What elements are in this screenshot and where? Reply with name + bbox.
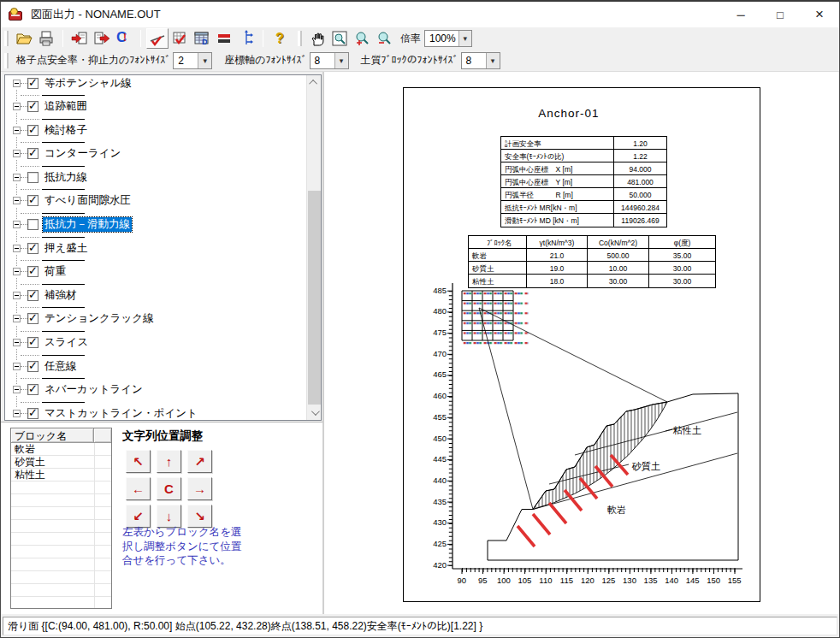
tree-expander[interactable] [13,386,21,393]
layer-checkbox[interactable]: ✓ [27,408,38,419]
tree-item[interactable]: ✓ 抵抗力－滑動力線 [5,219,306,243]
tree-expander[interactable] [13,315,21,322]
layer-checkbox[interactable]: ✓ [27,266,38,277]
tree-expander[interactable] [13,245,21,252]
toggle-grid-check-button[interactable] [169,28,191,49]
scroll-up-button[interactable] [307,75,322,90]
zoom-out-button[interactable] [373,28,395,49]
tree-item[interactable]: ✓ コンターライン [5,148,306,172]
tree-item[interactable]: ✓ 任意線 [5,360,306,384]
adjust-arrow-button[interactable]: ↙ [126,505,151,528]
layer-checkbox[interactable]: ✓ [27,78,38,89]
maximize-button[interactable]: □ [760,2,800,27]
close-button[interactable]: × [800,2,839,27]
tree-item[interactable]: ✓ 荷重 [5,266,306,290]
tree-expander[interactable] [13,410,21,417]
layer-label[interactable]: 押え盛土 [43,241,89,256]
block-row[interactable]: 軟岩 [11,443,111,456]
tree-item[interactable]: ✓ 等ポテンシャル線 [5,77,306,101]
tree-expander[interactable] [13,292,21,299]
tree-item[interactable]: ✓ テンションクラック線 [5,313,306,337]
zoom-in-button[interactable] [351,28,373,49]
adjust-arrow-button[interactable]: ← [126,477,151,500]
adjust-arrow-button[interactable]: C [157,477,181,500]
layer-label[interactable]: コンターライン [43,146,122,161]
block-row[interactable]: 粘性土 [11,469,111,481]
tree-expander[interactable] [13,268,21,275]
layer-label[interactable]: 等ポテンシャル線 [43,76,133,91]
drawing-canvas[interactable]: 粘性土 砂質土 軟岩 Anchor-01 計画安全率 1.20 [324,72,840,614]
layer-checkbox[interactable]: ✓ [27,125,38,136]
tree-expander[interactable] [13,127,21,134]
tree-item[interactable]: ✓ マストカットライン・ポイント [5,407,306,421]
adjust-arrow-button[interactable]: ↘ [187,505,212,528]
layer-checkbox[interactable]: ✓ [27,148,38,159]
tree-expander[interactable] [13,103,21,110]
tree-expander[interactable] [13,221,21,228]
export-button[interactable] [91,28,113,49]
adjust-arrow-button[interactable]: ↖ [126,450,151,473]
layer-label[interactable]: マストカットライン・ポイント [43,406,199,421]
toggle-line-check-button[interactable] [146,28,169,49]
tree-item[interactable]: ✓ スライス [5,337,306,361]
adjust-arrow-button[interactable]: ↑ [157,450,181,473]
tree-expander[interactable] [13,174,21,181]
data-table-button[interactable]: D [191,28,213,49]
dropdown-arrow-icon[interactable]: ▾ [458,31,471,46]
dropdown-arrow-icon[interactable]: ▾ [334,53,348,68]
layer-label[interactable]: 任意線 [43,359,79,374]
layer-label[interactable]: スライス [43,335,90,350]
layer-label[interactable]: 追跡範囲 [43,99,89,114]
swap-branch-button[interactable] [235,28,257,49]
tree-item[interactable]: ✓ 抵抗力線 [5,171,306,195]
tree-scrollbar[interactable] [306,75,321,420]
redraw-button[interactable]: C! [113,28,135,49]
layer-label[interactable]: 補強材 [43,288,79,303]
layer-checkbox[interactable]: ✓ [27,219,38,230]
tree-expander[interactable] [13,80,21,87]
scroll-down-button[interactable] [307,405,322,420]
dropdown-arrow-icon[interactable]: ▾ [198,53,211,68]
block-row[interactable]: 砂質土 [11,456,111,469]
dropdown-arrow-icon[interactable]: ▾ [486,53,500,68]
layer-checkbox[interactable]: ✓ [27,243,38,254]
layer-checkbox[interactable]: ✓ [27,101,38,112]
grid-font-select[interactable]: 2 ▾ [173,52,212,69]
layer-checkbox[interactable]: ✓ [27,172,38,183]
zoom-window-button[interactable] [328,28,351,49]
layer-label[interactable]: 荷重 [43,264,68,279]
layer-checkbox[interactable]: ✓ [27,384,38,395]
adjust-arrow-button[interactable]: ↓ [157,505,181,528]
soil-font-select[interactable]: 8 ▾ [461,52,500,69]
import-button[interactable] [68,28,91,49]
layer-checkbox[interactable]: ✓ [27,290,38,301]
scrollbar-thumb[interactable] [308,191,321,405]
layer-checkbox[interactable]: ✓ [27,337,38,348]
tree-item[interactable]: ✓ すべり面間隙水圧 [5,195,306,219]
adjust-arrow-button[interactable]: → [187,477,212,500]
layer-label[interactable]: 抵抗力－滑動力線 [43,217,132,232]
minimize-button[interactable]: ─ [721,2,760,27]
pan-hand-button[interactable] [306,28,328,49]
tree-item[interactable]: ✓ 押え盛土 [5,242,306,266]
tree-expander[interactable] [13,363,21,370]
layer-checkbox[interactable]: ✓ [27,195,38,206]
color-bars-button[interactable] [213,28,235,49]
axis-font-select[interactable]: 8 ▾ [310,52,349,69]
help-button[interactable]: ? [269,28,291,49]
layer-label[interactable]: 抵抗力線 [43,170,89,185]
layer-checkbox[interactable]: ✓ [27,361,38,372]
tree-expander[interactable] [13,197,21,204]
tree-item[interactable]: ✓ 補強材 [5,289,306,313]
layer-checkbox[interactable]: ✓ [27,313,38,324]
tree-item[interactable]: ✓ ネバーカットライン [5,384,306,408]
adjust-arrow-button[interactable]: ↗ [187,450,212,473]
print-preview-button[interactable] [35,28,57,49]
layer-label[interactable]: すべり面間隙水圧 [43,193,133,208]
magnification-select[interactable]: 100% ▾ [424,30,472,47]
layer-label[interactable]: 検討格子 [43,123,89,138]
tree-expander[interactable] [13,150,21,157]
open-file-button[interactable] [13,28,35,49]
layer-label[interactable]: テンションクラック線 [43,311,156,326]
tree-item[interactable]: ✓ 追跡範囲 [5,101,306,125]
